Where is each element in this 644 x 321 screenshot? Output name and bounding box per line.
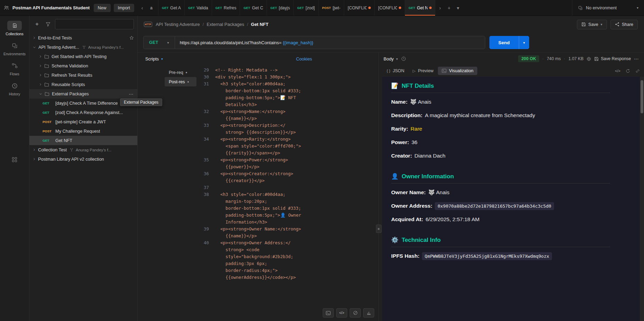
rail-history[interactable]: History <box>0 79 29 99</box>
chevron-right-icon[interactable] <box>39 74 42 77</box>
code-line[interactable]: padding:3px 6px; <box>196 260 378 267</box>
code-line[interactable]: 29<!-- Right: Metadata --> <box>196 67 378 74</box>
request-tab[interactable]: [CONFLIC <box>344 0 375 16</box>
save-button[interactable]: Save ▾ <box>577 20 607 29</box>
code-line[interactable]: 33 <p><strong>Description:</ <box>196 122 378 129</box>
chevron-right-icon[interactable] <box>33 36 36 39</box>
request-tab[interactable]: GETRefres <box>212 0 240 16</box>
collection-item[interactable]: Postman Library API v2 collection <box>29 154 137 164</box>
code-line[interactable]: <span style="color:#ffd700;"> <box>196 143 378 150</box>
more-actions-icon[interactable]: ⋯ <box>129 91 134 97</box>
code-line[interactable]: padding-bottom:5px;">👤 Owner <box>196 212 378 219</box>
collection-item[interactable]: End-to-End Tests <box>29 33 137 43</box>
scripts-tab[interactable]: Scripts ▾ <box>145 56 163 62</box>
scrollbar-track[interactable] <box>640 77 644 321</box>
rail-collections[interactable]: Collections <box>0 19 29 39</box>
code-line[interactable]: 38 <h3 style="color:#00d4aa; <box>196 191 378 198</box>
request-tab[interactable]: POST[jwt- <box>319 0 344 16</box>
rail-flows[interactable]: Flows <box>0 59 29 79</box>
code-line[interactable]: {{creator}}</p> <box>196 177 378 184</box>
code-editor[interactable]: 29<!-- Right: Metadata -->30<div style="… <box>196 65 378 321</box>
send-options-button[interactable]: ▾ <box>519 36 529 49</box>
folder-item[interactable]: Refresh Test Results <box>29 70 137 80</box>
code-line[interactable]: margin-top:20px; <box>196 198 378 205</box>
code-line[interactable]: 31 <h3 style="color:#00d4aa; <box>196 81 378 87</box>
response-tab-preview[interactable]: ▷ Preview <box>409 67 437 75</box>
chevron-right-icon[interactable] <box>39 64 42 67</box>
code-line[interactable]: border-radius:4px;"> <box>196 267 378 274</box>
response-history-icon[interactable] <box>401 56 406 61</box>
request-tab[interactable]: [CONFLIC <box>375 0 405 16</box>
network-info-icon[interactable] <box>587 57 591 61</box>
folder-item[interactable]: Schema Validation <box>29 61 137 70</box>
response-body-tab[interactable]: Body ▾ <box>384 56 398 62</box>
response-tab-visualization[interactable]: Visualization <box>438 67 477 75</box>
response-more-icon[interactable]: ⋯ <box>634 56 639 62</box>
import-button[interactable]: Import <box>114 4 134 12</box>
chevron-down-icon[interactable] <box>39 93 42 95</box>
request-tab[interactable]: a <box>147 0 158 16</box>
code-line[interactable]: 30<div style="flex:1 1 300px;"> <box>196 74 378 81</box>
post-response-subtab[interactable]: Post-res <box>165 77 196 86</box>
pre-request-subtab[interactable]: Pre-req <box>165 68 196 77</box>
request-tab[interactable]: GETGet N <box>405 0 435 16</box>
scroll-tabs-right-button[interactable]: › <box>435 0 444 16</box>
new-button[interactable]: New <box>94 4 111 12</box>
scroll-tabs-left-button[interactable]: ‹ <box>138 0 147 16</box>
request-tab[interactable]: GETGet C <box>240 0 267 16</box>
cookies-link[interactable]: Cookies <box>296 56 312 62</box>
breadcrumb-collection[interactable]: API Testing Adventure <box>156 22 200 27</box>
request-item[interactable]: POST[jwt-simple] Create a JWT <box>29 117 137 126</box>
code-line[interactable]: 39 <p><strong>Owner Name:</strong> <box>196 226 378 233</box>
code-line[interactable]: style="background:#2b2b3d; <box>196 253 378 260</box>
tab-options-button[interactable]: ▾ <box>453 0 462 16</box>
code-line[interactable]: {{ownerAddress}}</code></p> <box>196 274 378 281</box>
request-tab[interactable]: GET[zod] <box>294 0 319 16</box>
star-icon[interactable] <box>129 36 134 40</box>
folder-item[interactable]: Reusable Scripts <box>29 80 137 89</box>
code-line[interactable]: 40 <p><strong>Owner Address:</ <box>196 239 378 246</box>
request-tab[interactable]: GET[dayjs <box>267 0 294 16</box>
collection-item[interactable]: Collection TestAnurag Pandey's f... <box>29 145 137 154</box>
share-button[interactable]: Share <box>610 20 638 29</box>
console-button[interactable] <box>323 308 334 318</box>
apps-icon[interactable] <box>12 157 17 162</box>
new-tab-button[interactable]: + <box>444 0 453 16</box>
chevron-right-icon[interactable] <box>33 158 36 161</box>
code-line[interactable]: 37 <box>196 184 378 191</box>
request-tab[interactable]: GETGet A <box>158 0 185 16</box>
chart-button[interactable] <box>363 308 374 318</box>
code-line[interactable]: {{name}}</p> <box>196 233 378 239</box>
response-tab-json[interactable]: { } JSON <box>383 67 408 75</box>
folder-item[interactable]: Get Started with API Testing <box>29 52 137 61</box>
chevron-right-icon[interactable] <box>33 148 36 151</box>
code-line[interactable]: {{power}}</p> <box>196 163 378 170</box>
code-line[interactable]: {{name}}</p> <box>196 115 378 122</box>
sidebar-add-button[interactable]: + <box>33 20 41 28</box>
sidebar-search-input[interactable] <box>55 19 134 29</box>
code-snippet-button[interactable]: </> <box>336 308 347 318</box>
request-item[interactable]: GET[zod] Check A Response Against... <box>29 108 137 117</box>
code-icon[interactable]: </> <box>615 69 620 73</box>
request-item[interactable]: POSTMy Challenge Request <box>29 126 137 136</box>
workspace-switcher[interactable]: Postman API Fundamentals Student E... Ne… <box>0 0 138 16</box>
request-item[interactable]: GETGet NFT <box>29 136 137 145</box>
chevron-right-icon[interactable] <box>39 83 42 86</box>
environment-selector[interactable]: No environment ▾ <box>572 0 644 16</box>
method-selector[interactable]: GET ▾ <box>143 36 175 49</box>
code-line[interactable]: strong> <code <box>196 246 378 253</box>
code-line[interactable]: border-bottom:1px solid #333; <box>196 205 378 212</box>
request-tab[interactable]: GETValida <box>185 0 212 16</box>
code-line[interactable]: 34 <p><strong>Rarity:</strong> <box>196 136 378 143</box>
url-input[interactable]: https://api.pinata.cloud/data/pinList?ha… <box>175 36 485 49</box>
send-button[interactable]: Send <box>489 36 519 49</box>
save-response-button[interactable]: Save Response <box>594 56 631 61</box>
code-line[interactable]: Information</h3> <box>196 219 378 226</box>
rail-environments[interactable]: Environments <box>0 39 29 59</box>
code-line[interactable]: 32 <p><strong>Name:</strong> <box>196 108 378 115</box>
link-icon[interactable] <box>635 69 640 73</box>
folder-item[interactable]: External Packages⋯ <box>29 89 137 98</box>
code-line[interactable]: Details</h3> <box>196 101 378 108</box>
refresh-icon[interactable] <box>626 69 630 73</box>
sidebar-filter-icon[interactable] <box>44 20 52 28</box>
